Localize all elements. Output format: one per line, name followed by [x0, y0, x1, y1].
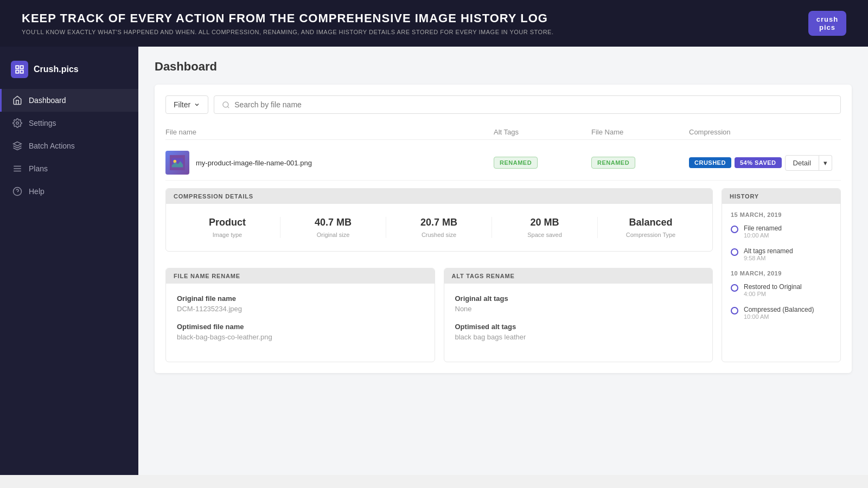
menu-icon — [12, 164, 22, 174]
filter-label: Filter — [174, 100, 190, 109]
file-thumbnail — [165, 151, 189, 175]
file-rename-content: Original file name DCM-11235234.jpeg Opt… — [166, 284, 435, 362]
history-date-2: 10 MARCH, 2019 — [731, 270, 832, 277]
history-item-text-1: Alt tags renamed 9:58 AM — [744, 247, 793, 261]
svg-rect-3 — [21, 70, 23, 73]
content-area: Dashboard Filter File name Alt Tags — [138, 47, 868, 475]
brand-icon — [11, 61, 28, 78]
history-item-0-0: File renamed 10:00 AM — [731, 224, 832, 239]
stat-original-size-label: Original size — [280, 232, 386, 238]
stat-space-saved-value: 20 MB — [492, 217, 597, 228]
sidebar-item-settings-label: Settings — [29, 119, 56, 127]
sidebar-item-dashboard-label: Dashboard — [29, 96, 66, 105]
file-original-label: Original file name — [177, 294, 424, 303]
saved-badge: 54% SAVED — [735, 157, 782, 168]
table-header: File name Alt Tags File Name Compression — [165, 125, 841, 140]
banner-title: KEEP TRACK OF EVERY ACTION FROM THE COMP… — [22, 11, 553, 25]
stat-space-saved-label: Space saved — [492, 232, 597, 238]
alt-tags-badges: RENAMED — [494, 157, 591, 169]
sidebar-item-dashboard[interactable]: Dashboard — [0, 89, 138, 112]
filter-button[interactable]: Filter — [165, 95, 208, 114]
logo: crush pics — [808, 11, 846, 36]
layers-icon — [12, 141, 22, 151]
sidebar-item-help-label: Help — [29, 187, 44, 196]
search-input[interactable] — [234, 100, 833, 109]
history-dot — [731, 307, 738, 314]
file-name-rename: FILE NAME RENAME Original file name DCM-… — [165, 268, 435, 362]
chevron-down-icon — [194, 101, 200, 108]
stat-compression-type-value: Balanced — [598, 217, 704, 228]
compression-badges: CRUSHED 54% SAVED Detail ▾ — [689, 155, 841, 171]
history-item-text-0: File renamed 10:00 AM — [744, 224, 782, 239]
history-dot — [731, 284, 738, 292]
search-icon — [222, 101, 230, 109]
file-rename-header: FILE NAME RENAME — [166, 268, 435, 284]
svg-point-11 — [223, 101, 228, 107]
table-row: my-product-image-file-name-001.png RENAM… — [165, 145, 841, 181]
stat-crushed-size: 20.7 MB Crushed size — [386, 217, 492, 238]
svg-line-12 — [228, 106, 229, 108]
stat-crushed-size-value: 20.7 MB — [386, 217, 492, 228]
svg-rect-1 — [21, 66, 23, 68]
file-optimised-label: Optimised file name — [177, 323, 424, 331]
alt-rename-content: Original alt tags None Optimised alt tag… — [444, 284, 713, 362]
svg-marker-5 — [14, 142, 22, 146]
svg-rect-0 — [16, 66, 18, 68]
file-original-value: DCM-11235234.jpeg — [177, 305, 424, 313]
history-item-text-3: Compressed (Balanced) 10:00 AM — [744, 306, 814, 320]
alt-optimised-label: Optimised alt tags — [455, 323, 702, 331]
main-layout: Crush.pics Dashboard Settings Batch Acti… — [0, 47, 868, 475]
col-filename: File name — [165, 128, 494, 136]
sidebar-item-batch-actions[interactable]: Batch Actions — [0, 134, 138, 157]
history-date-1: 15 MARCH, 2019 — [731, 211, 832, 218]
sidebar-item-plans[interactable]: Plans — [0, 157, 138, 180]
top-banner: KEEP TRACK OF EVERY ACTION FROM THE COMP… — [0, 0, 868, 47]
file-name-badge: RENAMED — [591, 157, 635, 169]
stat-image-type-value: Product — [175, 217, 280, 228]
house-icon — [12, 95, 22, 105]
banner-subtitle: YOU'LL KNOW EXACTLY WHAT'S HAPPENED AND … — [22, 29, 553, 35]
detail-button[interactable]: Detail — [785, 155, 819, 171]
help-icon — [12, 187, 22, 196]
stat-space-saved: 20 MB Space saved — [492, 217, 598, 238]
filter-bar: Filter — [165, 95, 841, 114]
alt-rename-header: ALT TAGS RENAME — [444, 268, 713, 284]
alt-original-value: None — [455, 305, 702, 313]
compression-details: COMPRESSION DETAILS Product Image type 4… — [165, 188, 713, 252]
banner-text: KEEP TRACK OF EVERY ACTION FROM THE COMP… — [22, 11, 553, 35]
file-info: my-product-image-file-name-001.png — [165, 151, 494, 175]
sidebar-item-help[interactable]: Help — [0, 180, 138, 203]
settings-icon — [12, 118, 22, 128]
sidebar-nav: Dashboard Settings Batch Actions Plans — [0, 89, 138, 203]
alt-tags-rename: ALT TAGS RENAME Original alt tags None O… — [444, 268, 713, 362]
file-optimised-value: black-bag-bags-co-leather.png — [177, 333, 424, 341]
search-bar — [214, 95, 841, 114]
svg-point-15 — [174, 160, 177, 163]
detail-btn-group: Detail ▾ — [785, 155, 832, 171]
history-panel: HISTORY 15 MARCH, 2019 File renamed 10:0… — [722, 188, 841, 362]
rename-sections: FILE NAME RENAME Original file name DCM-… — [165, 268, 713, 362]
page-title: Dashboard — [155, 60, 852, 74]
compression-details-header: COMPRESSION DETAILS — [166, 189, 712, 204]
stat-compression-type-label: Compression Type — [598, 232, 704, 238]
file-name-text: my-product-image-file-name-001.png — [196, 159, 312, 167]
sidebar-brand: Crush.pics — [0, 52, 138, 89]
svg-rect-2 — [16, 70, 18, 73]
col-filenameheader: File Name — [591, 128, 689, 136]
sidebar-item-settings[interactable]: Settings — [0, 112, 138, 134]
alt-optimised-value: black bag bags leather — [455, 333, 702, 341]
alt-tags-badge: RENAMED — [494, 157, 538, 169]
sidebar: Crush.pics Dashboard Settings Batch Acti… — [0, 47, 138, 475]
history-item-1-1: Compressed (Balanced) 10:00 AM — [731, 306, 832, 320]
brand-name: Crush.pics — [34, 65, 79, 74]
detail-dropdown-button[interactable]: ▾ — [819, 155, 832, 171]
history-item-1-0: Restored to Original 4:00 PM — [731, 283, 832, 297]
compression-stats: Product Image type 40.7 MB Original size… — [166, 204, 712, 251]
sidebar-item-batch-label: Batch Actions — [29, 142, 75, 150]
history-dot — [731, 248, 738, 256]
col-alttags: Alt Tags — [494, 128, 591, 136]
history-header: HISTORY — [722, 189, 840, 204]
stat-original-size-value: 40.7 MB — [280, 217, 386, 228]
logo-bottom: pics — [819, 23, 835, 31]
col-compression: Compression — [689, 128, 841, 136]
